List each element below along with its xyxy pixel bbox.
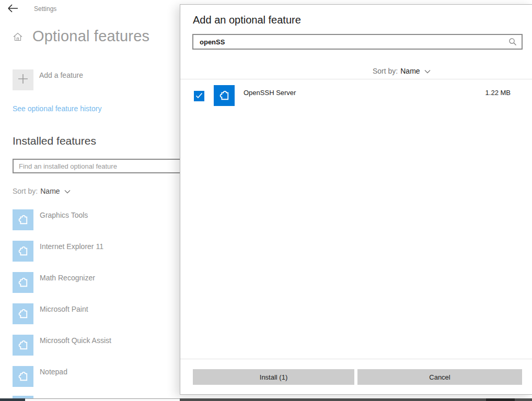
list-item[interactable]: Microsoft Paint [13,303,88,324]
feature-name: Microsoft Quick Assist [40,335,111,345]
result-name: OpenSSH Server [244,89,296,97]
taskbar-segment [486,398,515,401]
puzzle-piece-icon [13,272,33,293]
list-item[interactable]: Microsoft Quick Assist [13,335,111,356]
chevron-down-icon [64,187,71,195]
puzzle-piece-icon [13,303,33,324]
home-icon [13,32,22,43]
feature-name: Graphics Tools [40,209,88,219]
puzzle-piece-icon [13,241,33,262]
add-feature-button[interactable] [13,69,33,90]
list-item[interactable]: Internet Explorer 11 [13,241,103,262]
installed-features-heading: Installed features [13,135,96,147]
add-feature-label[interactable]: Add a feature [39,71,83,79]
result-checkbox[interactable] [194,91,204,101]
add-optional-feature-dialog: Add an optional feature Sort by: Name Op… [180,4,532,395]
sort-by-dropdown[interactable]: Sort by: Name [13,187,71,195]
app-title: Settings [34,5,56,13]
page-title: Optional features [32,28,149,45]
feature-name: Notepad [40,366,67,376]
sort-by-label: Sort by: [13,187,38,195]
feature-name: Internet Explorer 11 [40,241,103,251]
settings-window: Settings Optional features Add a feature… [0,0,532,401]
sort-by-label: Sort by: [373,67,398,75]
list-item[interactable]: Math Recognizer [13,272,95,293]
dialog-sort-by-dropdown[interactable]: Sort by: Name [373,67,431,75]
install-button[interactable]: Install (1) [193,369,354,385]
checkmark-icon [195,91,203,101]
puzzle-piece-icon [214,85,235,106]
sort-by-value: Name [400,67,420,75]
list-item[interactable]: Graphics Tools [13,209,88,230]
search-icon[interactable] [508,38,517,48]
divider [180,79,532,79]
result-size: 1.22 MB [485,89,511,97]
dialog-search-input[interactable] [192,34,523,50]
cancel-button[interactable]: Cancel [357,369,522,385]
window-bottom-edge [25,398,180,401]
taskbar-segment [180,398,532,401]
dialog-title: Add an optional feature [193,14,301,26]
list-item[interactable]: Notepad [13,366,67,387]
taskbar-segment [0,398,25,401]
puzzle-piece-icon [13,335,33,356]
puzzle-piece-icon [13,209,33,230]
back-arrow-icon[interactable] [7,3,20,15]
plus-icon [17,72,29,88]
sort-by-value: Name [40,187,60,195]
chevron-down-icon [424,67,431,75]
search-result-row[interactable]: OpenSSH Server 1.22 MB [180,84,523,116]
puzzle-piece-icon [13,366,33,387]
feature-name: Microsoft Paint [40,303,88,313]
feature-name: Math Recognizer [40,272,95,282]
divider [180,359,532,359]
optional-feature-history-link[interactable]: See optional feature history [13,104,101,113]
